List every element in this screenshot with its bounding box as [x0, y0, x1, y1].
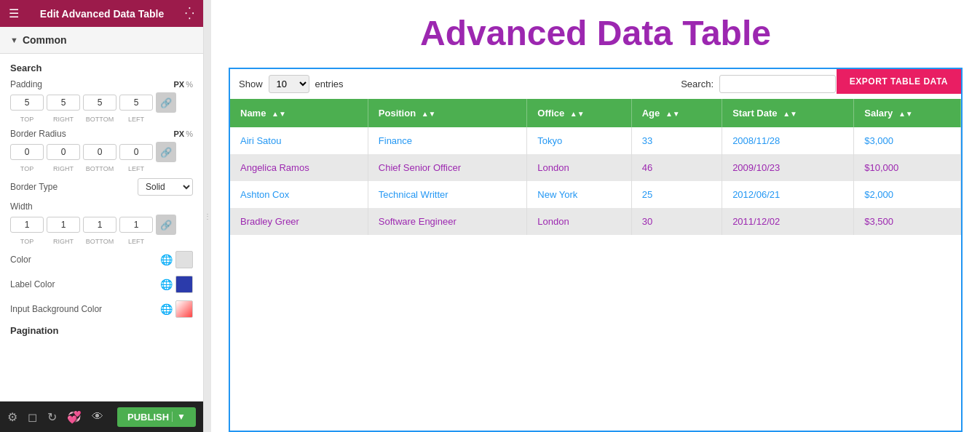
cell-start-date: 2008/11/28 — [722, 127, 854, 154]
cell-name: Airi Satou — [230, 127, 368, 154]
cell-age: 25 — [631, 181, 722, 208]
border-radius-right-input[interactable] — [47, 144, 80, 160]
border-type-select[interactable]: Solid Dashed Dotted None — [138, 178, 193, 196]
color-label: Color — [10, 255, 31, 265]
cell-office: New York — [527, 181, 631, 208]
export-button[interactable]: EXPORT TABLE DATA — [837, 69, 961, 94]
table-toolbar: Show 10 25 50 100 entries Search: EXPORT… — [230, 69, 961, 99]
table-row: Angelica Ramos Chief Senior Officer Lond… — [230, 154, 961, 181]
width-label: Width — [10, 201, 33, 212]
border-unit-percent[interactable]: % — [186, 129, 193, 138]
col-position[interactable]: Position ▲▼ — [368, 99, 527, 127]
padding-top-input[interactable] — [10, 95, 44, 111]
cell-office: London — [527, 154, 631, 181]
sort-name-icon: ▲▼ — [272, 110, 286, 118]
entries-select[interactable]: 10 25 50 100 — [269, 75, 309, 93]
cell-age: 33 — [631, 127, 722, 154]
bottom-bar: ⚙ ◻ ↻ 💞 👁 PUBLISH ▼ — [0, 401, 203, 432]
hamburger-icon[interactable]: ☰ — [9, 7, 19, 20]
unit-px[interactable]: PX — [174, 80, 185, 89]
padding-right-input[interactable] — [47, 95, 80, 111]
padding-link-button[interactable]: 🔗 — [156, 92, 176, 113]
color-swatch[interactable] — [175, 251, 193, 268]
col-office[interactable]: Office ▲▼ — [527, 99, 631, 127]
eye-icon[interactable]: 👁 — [92, 410, 103, 423]
settings-icon[interactable]: ⚙ — [7, 410, 17, 424]
layers-icon[interactable]: ◻ — [28, 410, 37, 424]
left-panel: ☰ Edit Advanced Data Table ⁛ ▼ Common Se… — [0, 0, 204, 432]
label-top: TOP — [10, 116, 44, 123]
cell-position: Software Engineer — [368, 208, 527, 235]
padding-side-labels: TOP RIGHT BOTTOM LEFT — [10, 116, 193, 123]
sort-office-icon: ▲▼ — [570, 110, 585, 118]
input-bg-globe-icon[interactable]: 🌐 — [160, 303, 173, 315]
border-radius-link-button[interactable]: 🔗 — [156, 142, 176, 162]
width-right-input[interactable] — [47, 217, 80, 233]
cell-start-date: 2011/12/02 — [722, 208, 854, 235]
publish-button[interactable]: PUBLISH ▼ — [117, 407, 196, 427]
cell-office: Tokyo — [527, 127, 631, 154]
pagination-label: Pagination — [10, 325, 193, 336]
screen-icon[interactable]: 💞 — [67, 410, 82, 424]
unit-percent[interactable]: % — [186, 80, 193, 89]
cell-office: London — [527, 208, 631, 235]
width-top-input[interactable] — [10, 217, 44, 233]
label-color-swatch[interactable] — [175, 276, 193, 293]
border-radius-bottom-input[interactable] — [83, 144, 116, 160]
input-bg-color-swatch[interactable] — [175, 300, 193, 318]
label-bottom: BOTTOM — [83, 116, 116, 123]
border-radius-top-input[interactable] — [10, 144, 44, 160]
padding-bottom-input[interactable] — [83, 95, 116, 111]
width-bottom-input[interactable] — [83, 217, 116, 233]
color-globe-icon[interactable]: 🌐 — [160, 254, 173, 265]
cell-salary: $2,000 — [854, 181, 961, 208]
sort-age-icon: ▲▼ — [665, 110, 680, 118]
label-color-row: Label Color 🌐 — [10, 276, 193, 293]
col-start-date[interactable]: Start Date ▲▼ — [722, 99, 854, 127]
sort-date-icon: ▲▼ — [783, 110, 797, 118]
br-label-top: TOP — [10, 165, 44, 172]
br-label-left: LEFT — [119, 165, 153, 172]
table-scroll: Name ▲▼ Position ▲▼ Office ▲▼ Age ▲▼ Sta… — [230, 99, 961, 431]
table-header-row: Name ▲▼ Position ▲▼ Office ▲▼ Age ▲▼ Sta… — [230, 99, 961, 127]
common-label: Common — [23, 34, 67, 46]
padding-left-input[interactable] — [119, 95, 153, 111]
col-name[interactable]: Name ▲▼ — [230, 99, 368, 127]
table-body: Airi Satou Finance Tokyo 33 2008/11/28 $… — [230, 127, 961, 235]
search-area: Search: — [681, 75, 836, 93]
col-age[interactable]: Age ▲▼ — [631, 99, 722, 127]
cell-salary: $3,000 — [854, 127, 961, 154]
resize-handle[interactable]: ⋮ — [204, 0, 211, 432]
br-label-bottom: BOTTOM — [83, 165, 116, 172]
table-row: Airi Satou Finance Tokyo 33 2008/11/28 $… — [230, 127, 961, 154]
label-right: RIGHT — [47, 116, 80, 123]
label-color-icons: 🌐 — [160, 276, 193, 293]
table-head: Name ▲▼ Position ▲▼ Office ▲▼ Age ▲▼ Sta… — [230, 99, 961, 127]
label-color-globe-icon[interactable]: 🌐 — [160, 279, 173, 290]
input-bg-color-icons: 🌐 — [160, 300, 193, 318]
width-link-button[interactable]: 🔗 — [156, 215, 176, 235]
show-label: Show — [239, 79, 263, 89]
br-label-right: RIGHT — [47, 165, 80, 172]
section-common[interactable]: ▼ Common — [0, 27, 203, 54]
col-salary[interactable]: Salary ▲▼ — [854, 99, 961, 127]
color-icons: 🌐 — [160, 251, 193, 268]
border-radius-left-input[interactable] — [119, 144, 153, 160]
input-bg-color-row: Input Background Color 🌐 — [10, 300, 193, 318]
border-type-row: Border Type Solid Dashed Dotted None — [10, 178, 193, 196]
cell-position: Chief Senior Officer — [368, 154, 527, 181]
publish-arrow-icon[interactable]: ▼ — [172, 412, 186, 422]
history-icon[interactable]: ↻ — [47, 410, 57, 424]
cell-name: Bradley Greer — [230, 208, 368, 235]
border-unit-px[interactable]: PX — [174, 129, 185, 138]
search-input[interactable] — [719, 75, 836, 93]
w-label-bottom: BOTTOM — [83, 238, 116, 245]
padding-label: Padding — [10, 79, 42, 89]
border-unit-group: PX % — [174, 129, 193, 138]
grid-icon[interactable]: ⁛ — [185, 7, 194, 20]
width-inputs: 🔗 — [10, 215, 193, 235]
w-label-left: LEFT — [119, 238, 153, 245]
table-row: Bradley Greer Software Engineer London 3… — [230, 208, 961, 235]
cell-salary: $3,500 — [854, 208, 961, 235]
width-left-input[interactable] — [119, 217, 153, 233]
